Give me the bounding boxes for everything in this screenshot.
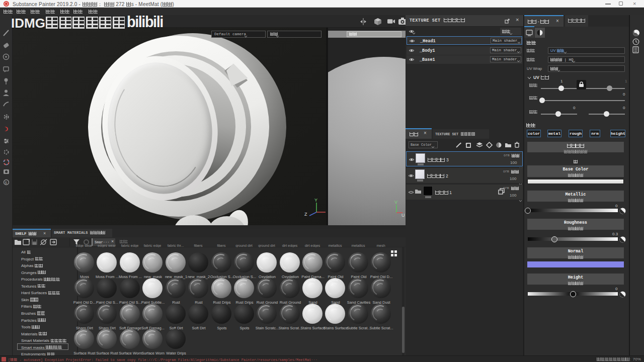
- svg-text:Z: Z: [304, 212, 307, 217]
- svg-text:$: $: [5, 180, 8, 185]
- svg-text:V: V: [394, 200, 397, 205]
- svg-text:Y: Y: [314, 198, 317, 203]
- svg-text:U: U: [401, 213, 405, 217]
